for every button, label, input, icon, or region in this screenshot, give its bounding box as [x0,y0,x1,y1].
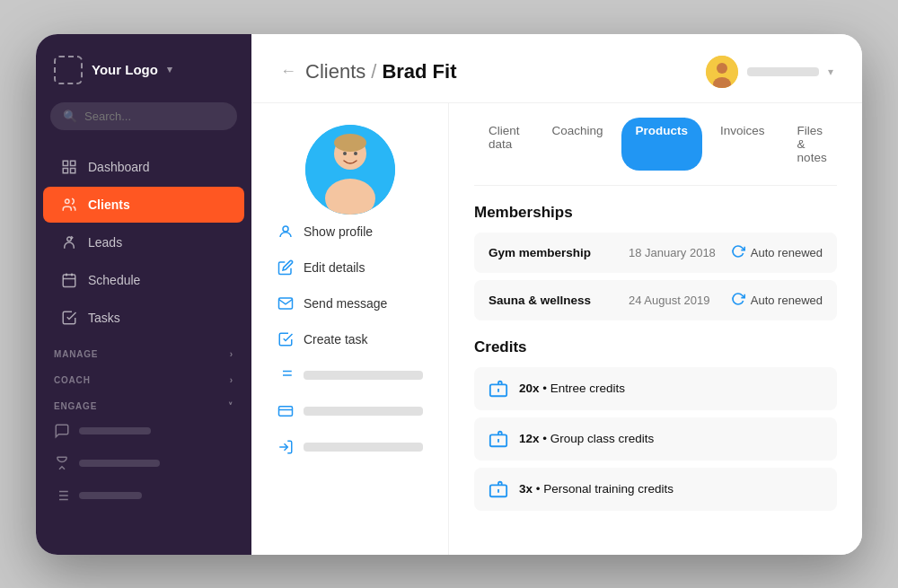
engage-bar-2 [79,460,160,467]
tab-products[interactable]: Products [621,118,703,171]
credit-bullet-1: • [542,382,547,395]
svg-rect-0 [63,161,67,165]
extra-bar-1 [304,371,423,380]
membership-row-2: Sauna & wellness 24 August 2019 Auto ren… [474,280,837,320]
edit-details-icon [277,259,295,276]
search-icon: 🔍 [63,110,77,123]
right-panel: Client data Coaching Products Invoices F… [449,103,862,555]
action-list: Show profile Edit details [269,215,430,464]
signin-action-icon [277,438,295,456]
credit-bullet-3: • [536,482,543,496]
engage-item-3[interactable] [36,479,251,512]
sidebar-item-leads[interactable]: Leads [43,224,244,260]
tab-files-notes[interactable]: Files & notes [783,118,841,171]
svg-point-4 [66,199,70,204]
create-task-label: Create task [304,332,368,347]
credits-section: Credits 20x • Entree credits [474,338,837,511]
engage-section-label: ENGAGE ˅ [36,389,251,415]
engage-arrow-icon: ˅ [228,401,233,411]
extra-action-3[interactable] [269,430,430,464]
schedule-label: Schedule [88,273,140,287]
tabs: Client data Coaching Products Invoices F… [474,103,837,186]
card-action-icon [277,402,295,420]
create-task-icon [277,330,295,348]
tasks-label: Tasks [88,311,120,325]
auto-renewed-label-2: Auto renewed [751,294,823,307]
logo-text: Your Logo [92,62,158,77]
search-input[interactable] [84,110,224,123]
credit-label-2: Group class credits [550,432,655,445]
sidebar-item-schedule[interactable]: Schedule [43,262,244,298]
auto-renewed-1: Auto renewed [731,244,823,261]
engage-bar-1 [79,427,151,434]
show-profile-action[interactable]: Show profile [269,215,430,249]
tab-invoices[interactable]: Invoices [706,118,779,171]
membership-name-2: Sauna & wellness [489,294,614,307]
sidebar-item-clients[interactable]: Clients [43,187,244,223]
credit-icon-1 [489,379,508,399]
show-profile-icon [277,223,295,241]
credit-label-3: Personal training credits [543,482,674,496]
credit-row-3: 3x • Personal training credits [474,468,837,511]
logo-box [54,56,83,84]
credit-label-1: Entree credits [550,382,625,395]
membership-row-1: Gym membership 18 January 2018 Auto rene… [474,233,837,273]
credit-text-1: 20x • Entree credits [519,382,625,395]
engage-item-1[interactable] [36,415,251,447]
send-message-action[interactable]: Send message [269,286,430,320]
coach-arrow-icon: › [230,375,233,385]
extra-bar-3 [304,443,423,452]
clients-label: Clients [88,197,130,212]
clients-icon [61,197,77,213]
tab-coaching[interactable]: Coaching [538,118,618,171]
send-message-label: Send message [304,296,387,311]
credit-text-2: 12x • Group class credits [519,432,654,445]
user-name-bar [747,67,819,76]
avatar [706,56,738,88]
credit-row-1: 20x • Entree credits [474,367,837,410]
header-right: ▾ [706,56,833,88]
sidebar-item-tasks[interactable]: Tasks [43,300,244,336]
credit-icon-3 [489,479,508,499]
device-frame: Your Logo ▾ 🔍 Dashboard Clients Leads [36,34,862,555]
svg-rect-6 [63,275,75,287]
engage-item-2[interactable] [36,447,251,479]
extra-action-1[interactable] [269,358,430,392]
sidebar-search[interactable]: 🔍 [50,102,237,130]
svg-point-24 [283,226,288,232]
tab-client-data[interactable]: Client data [474,118,534,171]
breadcrumb: ← Clients / Brad Fit [280,60,457,83]
tasks-icon [61,310,77,326]
back-arrow-icon[interactable]: ← [280,62,296,81]
svg-rect-29 [279,406,293,416]
coach-section-label: COACH › [36,363,251,389]
membership-date-2: 24 August 2019 [629,294,717,307]
create-task-action[interactable]: Create task [269,322,430,356]
trophy-icon [54,455,70,471]
sidebar-item-dashboard[interactable]: Dashboard [43,149,244,185]
svg-point-23 [354,152,357,155]
sidebar-logo[interactable]: Your Logo ▾ [36,56,251,102]
credit-text-3: 3x • Personal training credits [519,482,674,496]
svg-rect-2 [63,168,67,172]
schedule-icon [61,272,77,288]
svg-rect-1 [71,161,75,165]
dashboard-label: Dashboard [88,160,150,174]
manage-arrow-icon: › [230,349,233,359]
show-profile-label: Show profile [304,224,373,239]
engage-bar-3 [79,492,142,499]
extra-action-2[interactable] [269,394,430,428]
clients-breadcrumb-link[interactable]: Clients [305,60,365,83]
leads-label: Leads [88,235,122,250]
credit-bullet-2: • [542,432,550,445]
send-message-icon [277,294,295,312]
user-dropdown-icon[interactable]: ▾ [828,66,833,78]
edit-details-action[interactable]: Edit details [269,250,430,285]
svg-point-22 [343,152,347,155]
logo-dropdown-icon: ▾ [167,64,172,75]
auto-renewed-label-1: Auto renewed [751,246,823,259]
leads-icon [61,234,77,250]
memberships-heading: Memberships [474,204,837,222]
svg-point-16 [717,63,727,74]
client-avatar [305,125,395,215]
